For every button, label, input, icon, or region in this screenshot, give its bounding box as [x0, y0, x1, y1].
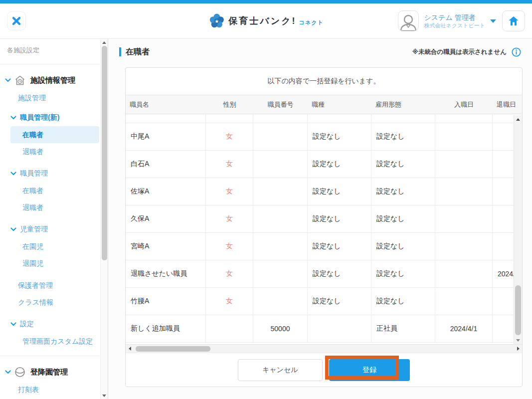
- sidebar: 各施設設定施設情報管理施設管理職員管理(新)在職者退職者職員管理在職者退職者児童…: [0, 39, 108, 399]
- cell-employment: [371, 114, 435, 123]
- cell-name: 中尾A: [126, 123, 206, 150]
- table-vertical-scrollbar[interactable]: [514, 115, 522, 344]
- logo-subtitle: コネクト: [299, 19, 324, 26]
- sidebar-item-12[interactable]: 退園児: [10, 255, 99, 272]
- cell-occupation: 設定なし: [308, 151, 371, 178]
- cell-join_date: [435, 123, 493, 150]
- submit-button[interactable]: 登録: [329, 359, 410, 381]
- house-clock-icon: [14, 74, 26, 86]
- cell-occupation: [308, 114, 371, 123]
- chevron-down-icon: [10, 227, 16, 231]
- cell-gender: 女: [206, 233, 253, 260]
- sidebar-subgroup-4[interactable]: 職員管理(新): [10, 109, 100, 126]
- gate-circle-icon: [14, 366, 26, 378]
- chevron-down-icon: [5, 370, 11, 374]
- chevron-down-icon: [10, 116, 16, 120]
- sidebar-item-5[interactable]: 在職者: [10, 126, 99, 143]
- column-header-number: 職員番号: [253, 100, 308, 109]
- panel-message: 以下の内容で一括登録を行います。: [126, 68, 522, 95]
- sidebar-item-16[interactable]: 管理画面カスタム設定: [10, 333, 99, 350]
- cell-occupation: 設定なし: [308, 178, 371, 205]
- notice: ※未統合の職員は表示されません: [412, 47, 521, 57]
- avatar: [398, 10, 419, 31]
- cell-join_date: [435, 114, 493, 123]
- sidebar-divider: [0, 356, 100, 356]
- sidebar-item-9[interactable]: 退職者: [10, 199, 99, 216]
- sidebar-item-13[interactable]: 保護者管理: [18, 277, 100, 294]
- sidebar-item-19[interactable]: 打刻表: [18, 381, 100, 398]
- user-info: システム 管理者 株式会社ネクストビート: [424, 13, 485, 29]
- cell-gender: 女: [206, 178, 253, 205]
- table-header-row: 職員名性別職員番号職種雇用形態入職日退職日: [126, 95, 523, 114]
- sidebar-item-8[interactable]: 在職者: [10, 182, 99, 199]
- cell-number: [253, 123, 308, 150]
- panel-footer: キャンセル 登録: [126, 353, 522, 387]
- cell-name: [126, 114, 206, 123]
- table-row: 宮崎A女設定なし設定なし: [126, 233, 523, 260]
- app-header: ★ 保育士バンク! コネクト システム 管理者 株式会社ネクストビート: [0, 3, 532, 39]
- scroll-right-icon[interactable]: [514, 347, 522, 351]
- page-header: 在職者 ※未統合の職員は表示されません: [119, 45, 521, 58]
- info-icon[interactable]: [512, 47, 521, 57]
- cell-employment: 設定なし: [371, 288, 435, 315]
- sidebar-item-14[interactable]: クラス情報: [18, 294, 100, 311]
- table-row: [126, 114, 523, 123]
- close-icon: [11, 16, 21, 26]
- cell-name: 佐塚A: [126, 178, 206, 205]
- cell-gender: 女: [206, 205, 253, 232]
- horizontal-scrollbar-thumb[interactable]: [136, 346, 210, 352]
- scroll-down-icon[interactable]: [101, 392, 108, 399]
- page-title: 在職者: [126, 47, 150, 57]
- table-row: 佐塚A女設定なし設定なし: [126, 178, 523, 205]
- sidebar-item-11[interactable]: 在園児: [10, 238, 99, 255]
- cell-number: [253, 288, 308, 315]
- user-company: 株式会社ネクストビート: [424, 22, 485, 29]
- caret-down-icon[interactable]: [490, 19, 496, 23]
- sidebar-scrollbar[interactable]: [100, 39, 108, 399]
- cell-employment: 正社員: [371, 315, 435, 342]
- sidebar-subgroup-10[interactable]: 児童管理: [10, 221, 100, 238]
- close-button[interactable]: [7, 11, 26, 30]
- cancel-button[interactable]: キャンセル: [238, 359, 323, 381]
- vertical-scrollbar-thumb[interactable]: [515, 285, 521, 335]
- sidebar-item-3[interactable]: 施設管理: [18, 89, 100, 106]
- cell-employment: 設定なし: [371, 260, 435, 287]
- table-row: 退職させたい職員女設定なし設定なし2024/: [126, 260, 523, 288]
- sidebar-group-18[interactable]: 登降園管理: [5, 363, 100, 381]
- column-header-employment: 雇用形態: [371, 100, 435, 109]
- cell-employment: 設定なし: [371, 151, 435, 178]
- scroll-up-icon[interactable]: [101, 39, 108, 46]
- sidebar-group-2[interactable]: 施設情報管理: [5, 71, 100, 89]
- cell-number: [253, 233, 308, 260]
- table-row: 白石A女設定なし設定なし: [126, 151, 523, 178]
- column-header-gender: 性別: [206, 100, 253, 109]
- home-button[interactable]: [502, 10, 525, 31]
- sidebar-caption: 各施設設定: [7, 46, 100, 58]
- cell-number: [253, 260, 308, 287]
- cell-join_date: 2024/4/1: [435, 315, 493, 342]
- cell-name: 久保A: [126, 205, 206, 232]
- sidebar-subgroup-15[interactable]: 設定: [10, 316, 100, 333]
- bulk-register-panel: 以下の内容で一括登録を行います。 職員名性別職員番号職種雇用形態入職日退職日 中…: [125, 67, 523, 387]
- table-row: 中尾A女設定なし設定なし: [126, 123, 523, 151]
- sidebar-item-6[interactable]: 退職者: [10, 143, 99, 160]
- cell-name: 白石A: [126, 151, 206, 178]
- scroll-up-icon[interactable]: [514, 115, 522, 123]
- table-horizontal-scrollbar[interactable]: [126, 344, 522, 353]
- cell-employment: 設定なし: [371, 233, 435, 260]
- scroll-down-icon[interactable]: [514, 336, 522, 344]
- cell-gender: [206, 315, 253, 342]
- cell-join_date: [435, 260, 493, 287]
- cell-gender: 女: [206, 288, 253, 315]
- cell-number: [253, 151, 308, 178]
- sidebar-scrollbar-thumb[interactable]: [102, 46, 107, 260]
- user-menu[interactable]: システム 管理者 株式会社ネクストビート: [398, 10, 525, 31]
- cell-occupation: 設定なし: [308, 260, 371, 287]
- sidebar-subgroup-7[interactable]: 職員管理: [10, 165, 100, 182]
- sidebar-divider: [0, 64, 100, 64]
- table-row: 新しく追加職員50000正社員2024/4/1: [126, 315, 523, 343]
- scroll-left-icon[interactable]: [126, 347, 134, 351]
- cell-employment: 設定なし: [371, 205, 435, 232]
- user-name: システム 管理者: [424, 13, 485, 22]
- cell-join_date: [435, 205, 493, 232]
